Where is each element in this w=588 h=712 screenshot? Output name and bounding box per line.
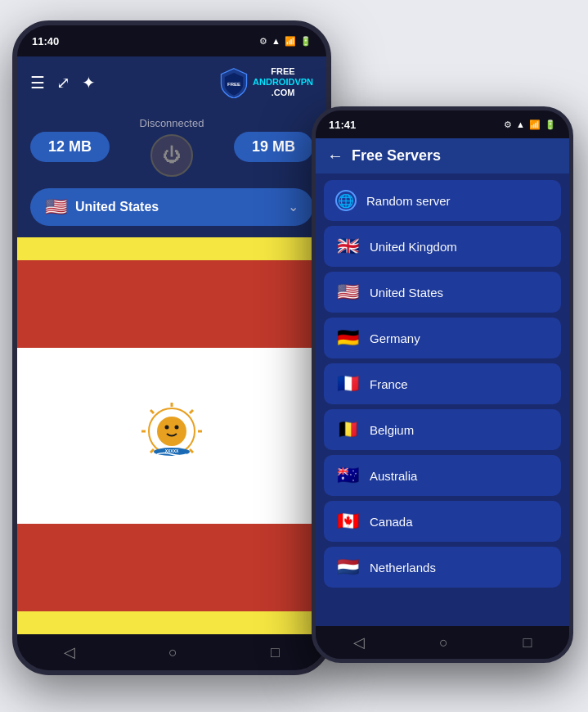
list-item[interactable]: 🇦🇺 Australia (324, 455, 561, 496)
flag-red-bottom (17, 524, 326, 611)
server-name: United States (370, 286, 443, 300)
phone1-time: 11:40 (32, 35, 59, 47)
back-nav-button2[interactable]: ◁ (353, 633, 365, 651)
server-list: 🌐 Random server 🇬🇧 United Kingdom 🇺🇸 Uni… (316, 173, 569, 626)
server-name: Germany (370, 331, 420, 345)
selected-country-flag: 🇺🇸 (45, 196, 67, 218)
list-item[interactable]: 🇳🇱 Netherlands (324, 547, 561, 588)
nl-flag-icon: 🇳🇱 (335, 557, 360, 578)
app-logo: FREE FREE ANDROIDVPN .COM (218, 66, 313, 99)
flag-yellow-bottom (17, 611, 326, 634)
logo-line2: ANDROIDVPN (253, 77, 313, 88)
phone1-status-bar: 11:40 ⚙ ▲ 📶 🔋 (17, 25, 326, 56)
list-item[interactable]: 🇫🇷 France (324, 363, 561, 404)
flag-main-stripes: XXXXX (17, 260, 326, 611)
connection-status: Disconnected (140, 117, 204, 129)
battery-icon: 🔋 (300, 36, 312, 47)
phone1-nav-bar: ◁ ○ □ (17, 634, 326, 670)
phone1-status-icons: ⚙ ▲ 📶 🔋 (259, 36, 312, 47)
svg-text:FREE: FREE (227, 82, 240, 87)
fp-emblem-icon: XXXXX (131, 403, 213, 468)
phone2-nav-bar: ◁ ○ □ (316, 626, 569, 659)
logo-text-block: FREE ANDROIDVPN .COM (253, 66, 313, 99)
favorite-icon[interactable]: ✦ (82, 73, 96, 92)
share-icon[interactable]: ⤢ (56, 73, 70, 92)
recent-nav-button2[interactable]: □ (523, 634, 532, 651)
be-flag-icon: 🇧🇪 (335, 419, 360, 440)
power-button[interactable]: ⏻ (150, 134, 193, 177)
signal-icon: 📶 (285, 36, 296, 47)
recent-nav-button[interactable]: □ (271, 644, 280, 661)
flag-yellow-top (17, 237, 326, 260)
battery-icon2: 🔋 (545, 119, 556, 130)
back-nav-button[interactable]: ◁ (64, 643, 75, 661)
au-flag-icon: 🇦🇺 (335, 465, 360, 486)
wifi-icon: ▲ (272, 36, 281, 46)
phone2-status-icons: ⚙ ▲ 📶 🔋 (504, 119, 556, 130)
server-name: United Kingdom (370, 240, 457, 254)
svg-point-2 (157, 417, 186, 446)
settings-icon: ⚙ (259, 36, 267, 47)
svg-line-7 (150, 410, 154, 413)
list-item[interactable]: 🇺🇸 United States (324, 272, 561, 313)
svg-text:XXXXX: XXXXX (165, 448, 179, 453)
chevron-down-icon: ⌄ (288, 199, 298, 214)
server-list-title: Free Servers (352, 147, 441, 164)
menu-icon[interactable]: ☰ (30, 73, 45, 92)
server-name: Belgium (370, 423, 414, 437)
logo-line1: FREE (253, 66, 313, 77)
svg-point-11 (175, 426, 179, 430)
svg-point-10 (165, 426, 169, 430)
flag-red-top (17, 260, 326, 348)
settings-icon2: ⚙ (504, 119, 512, 130)
phone1-stats-row: 12 MB Disconnected ⏻ 19 MB (17, 109, 326, 188)
flag-display: XXXXX (17, 237, 326, 634)
flag-white-middle: XXXXX (17, 348, 326, 524)
phone2-device: 11:41 ⚙ ▲ 📶 🔋 ← Free Servers 🌐 Random se… (312, 106, 573, 663)
signal-icon2: 📶 (529, 119, 541, 130)
server-name: Netherlands (370, 561, 436, 575)
country-selector-area: 🇺🇸 United States ⌄ (17, 188, 326, 237)
download-stat: 12 MB (30, 132, 110, 162)
server-name: France (370, 377, 408, 391)
svg-line-6 (190, 449, 193, 453)
wifi-icon2: ▲ (516, 119, 525, 129)
svg-line-9 (150, 449, 154, 453)
server-name: Random server (366, 194, 451, 208)
shield-logo-icon: FREE (218, 67, 249, 98)
globe-icon: 🌐 (335, 190, 357, 211)
power-area: Disconnected ⏻ (140, 117, 204, 177)
logo-line3: .COM (253, 88, 313, 98)
upload-stat: 19 MB (234, 132, 313, 162)
uk-flag-icon: 🇬🇧 (335, 236, 360, 257)
phone2-time: 11:41 (329, 119, 356, 131)
server-name: Canada (370, 515, 413, 529)
phone2-header: ← Free Servers (316, 138, 569, 173)
fr-flag-icon: 🇫🇷 (335, 373, 360, 394)
list-item[interactable]: 🇬🇧 United Kingdom (324, 226, 561, 267)
list-item[interactable]: 🇩🇪 Germany (324, 318, 561, 358)
phone1-device: 11:40 ⚙ ▲ 📶 🔋 ☰ ⤢ ✦ FREE FREE ANDROIDVPN… (12, 20, 331, 675)
list-item[interactable]: 🌐 Random server (324, 180, 561, 221)
home-nav-button[interactable]: ○ (168, 644, 177, 661)
country-selector-button[interactable]: 🇺🇸 United States ⌄ (30, 188, 313, 226)
de-flag-icon: 🇩🇪 (335, 327, 360, 349)
server-name: Australia (370, 469, 417, 483)
svg-line-4 (190, 410, 193, 413)
back-button[interactable]: ← (327, 146, 343, 165)
phone1-header: ☰ ⤢ ✦ FREE FREE ANDROIDVPN .COM (17, 56, 326, 109)
selected-country-name: United States (75, 200, 280, 214)
ca-flag-icon: 🇨🇦 (335, 511, 360, 532)
home-nav-button2[interactable]: ○ (439, 634, 448, 651)
us-flag-icon: 🇺🇸 (335, 282, 360, 303)
list-item[interactable]: 🇨🇦 Canada (324, 501, 561, 542)
phone2-status-bar: 11:41 ⚙ ▲ 📶 🔋 (316, 110, 569, 138)
list-item[interactable]: 🇧🇪 Belgium (324, 409, 561, 450)
